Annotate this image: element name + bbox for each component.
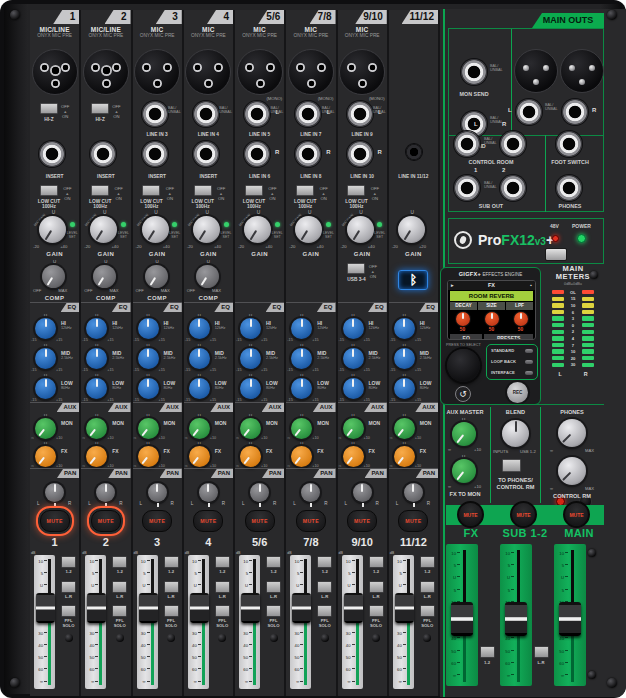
control-rm-knob[interactable] [558,457,586,485]
fader-cap[interactable] [451,602,473,636]
eq-mid-knob[interactable] [35,348,56,369]
aux-fx-knob[interactable] [240,446,261,467]
bluetooth-button[interactable]: ᛒ [398,270,428,290]
assign-1-2-button[interactable] [61,556,76,568]
eq-low-knob[interactable] [291,378,312,399]
low-cut-switch[interactable] [142,185,160,196]
comp-knob[interactable] [42,265,65,288]
gain-knob[interactable] [347,216,374,243]
eq-low-knob[interactable] [394,378,415,399]
eq-hi-knob[interactable] [35,318,56,339]
eq-low-knob[interactable] [35,378,56,399]
mute-button[interactable]: MUTE [347,510,377,532]
low-cut-switch[interactable] [296,185,314,196]
pan-knob[interactable] [96,483,115,502]
master-assign-button[interactable] [534,646,549,658]
fader-cap[interactable] [87,593,106,623]
pfl-solo-button[interactable] [420,605,435,617]
pfl-solo-button[interactable] [112,605,127,617]
fader-cap[interactable] [395,593,414,623]
aux-mon-knob[interactable] [35,418,56,439]
aux-fx-knob[interactable] [189,446,210,467]
aux-fx-knob[interactable] [86,446,107,467]
gain-knob[interactable] [244,216,271,243]
pan-knob[interactable] [404,483,423,502]
fx-mute-button[interactable]: MUTE [457,501,484,528]
assign-lr-button[interactable] [317,581,332,593]
rec-button[interactable]: REC [507,382,528,403]
hiz-switch[interactable] [40,103,58,114]
low-cut-switch[interactable] [194,185,212,196]
assign-1-2-button[interactable] [215,556,230,568]
pfl-solo-button[interactable] [317,605,332,617]
fader-cap[interactable] [505,602,527,636]
assign-1-2-button[interactable] [369,556,384,568]
gain-knob[interactable] [90,216,117,243]
fader-cap[interactable] [139,593,158,623]
eq-mid-knob[interactable] [240,348,261,369]
low-cut-switch[interactable] [91,185,109,196]
pan-knob[interactable] [301,483,320,502]
mute-button[interactable]: MUTE [296,510,326,532]
assign-1-2-button[interactable] [420,556,435,568]
eq-low-knob[interactable] [343,378,364,399]
comp-knob[interactable] [145,265,168,288]
fader-cap[interactable] [241,593,260,623]
usb-3-4-switch[interactable] [347,263,365,274]
eq-hi-knob[interactable] [291,318,312,339]
pfl-solo-button[interactable] [215,605,230,617]
eq-mid-knob[interactable] [394,348,415,369]
low-cut-switch[interactable] [347,185,365,196]
blend-knob[interactable] [502,420,529,447]
gain-knob[interactable] [142,216,169,243]
phantom-power-switch[interactable] [545,248,567,261]
master-assign-button[interactable] [480,646,495,658]
pan-knob[interactable] [148,483,167,502]
hiz-switch[interactable] [91,103,109,114]
aux-mon-knob[interactable] [138,418,159,439]
assign-1-2-button[interactable] [317,556,332,568]
eq-mid-knob[interactable] [291,348,312,369]
aux-fx-knob[interactable] [138,446,159,467]
mute-button[interactable]: MUTE [398,510,428,532]
gain-knob[interactable] [193,216,220,243]
assign-lr-button[interactable] [266,581,281,593]
back-button[interactable]: ↺ [455,386,471,402]
eq-low-knob[interactable] [240,378,261,399]
eq-low-knob[interactable] [138,378,159,399]
eq-mid-knob[interactable] [86,348,107,369]
pan-knob[interactable] [250,483,269,502]
assign-lr-button[interactable] [112,581,127,593]
mon-master-knob[interactable] [452,422,476,446]
eq-mid-knob[interactable] [189,348,210,369]
eq-mid-knob[interactable] [138,348,159,369]
eq-hi-knob[interactable] [86,318,107,339]
assign-lr-button[interactable] [61,581,76,593]
fader-cap[interactable] [292,593,311,623]
mute-button[interactable]: MUTE [193,510,223,532]
low-cut-switch[interactable] [245,185,263,196]
pan-knob[interactable] [353,483,372,502]
fx-to-mon-knob[interactable] [452,459,476,483]
aux-fx-knob[interactable] [394,446,415,467]
fader-cap[interactable] [559,602,581,636]
assign-lr-button[interactable] [369,581,384,593]
gain-knob[interactable] [39,216,66,243]
main-mute-button[interactable]: MUTE [563,501,590,528]
eq-hi-knob[interactable] [189,318,210,339]
phones-knob[interactable] [558,419,586,447]
assign-lr-button[interactable] [215,581,230,593]
pfl-solo-button[interactable] [369,605,384,617]
mute-button[interactable]: MUTE [142,510,172,532]
eq-hi-knob[interactable] [138,318,159,339]
to-phones-switch[interactable] [502,459,521,472]
aux-fx-knob[interactable] [35,446,56,467]
comp-knob[interactable] [93,265,116,288]
aux-mon-knob[interactable] [189,418,210,439]
fx-select-knob[interactable] [447,349,480,382]
pfl-solo-button[interactable] [164,605,179,617]
assign-1-2-button[interactable] [164,556,179,568]
eq-hi-knob[interactable] [240,318,261,339]
pan-knob[interactable] [199,483,218,502]
assign-lr-button[interactable] [164,581,179,593]
